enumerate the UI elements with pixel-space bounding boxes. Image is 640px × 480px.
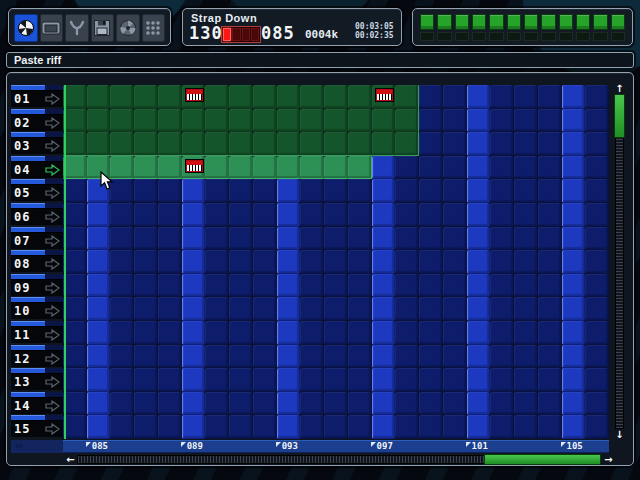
- grid-cell[interactable]: [585, 227, 609, 251]
- grid-cell[interactable]: [348, 250, 372, 274]
- grid-cell[interactable]: [395, 250, 419, 274]
- grid-cell[interactable]: [514, 227, 538, 251]
- grid-cell[interactable]: [562, 85, 586, 109]
- grid-cell[interactable]: [110, 250, 134, 274]
- grid-cell[interactable]: [87, 415, 111, 439]
- grid-cell[interactable]: [419, 274, 443, 298]
- grid-cell[interactable]: [419, 132, 443, 156]
- grid-cell[interactable]: [490, 250, 514, 274]
- grid-cell[interactable]: [229, 415, 253, 439]
- grid-cell[interactable]: [538, 368, 562, 392]
- grid-cell[interactable]: [562, 132, 586, 156]
- grid-cell[interactable]: [538, 392, 562, 416]
- grid-cell[interactable]: [134, 274, 158, 298]
- grid-cell[interactable]: [300, 132, 324, 156]
- grid-cell[interactable]: [63, 179, 87, 203]
- grid-cell[interactable]: [562, 345, 586, 369]
- grid-cell[interactable]: [419, 345, 443, 369]
- grid-cell[interactable]: [110, 156, 134, 180]
- grid-cell[interactable]: [419, 156, 443, 180]
- grid-cell[interactable]: [467, 392, 491, 416]
- grid-cell[interactable]: [87, 179, 111, 203]
- grid-cell[interactable]: [348, 227, 372, 251]
- grid-cell[interactable]: [443, 274, 467, 298]
- grid-cell[interactable]: [134, 227, 158, 251]
- grid-cell[interactable]: [348, 109, 372, 133]
- track-row-header[interactable]: 01: [11, 85, 63, 107]
- grid-cell[interactable]: [467, 156, 491, 180]
- track-play-arrow-icon[interactable]: [44, 117, 60, 129]
- grid-cell[interactable]: [158, 345, 182, 369]
- track-play-arrow-icon[interactable]: [44, 187, 60, 199]
- grid-cell[interactable]: [87, 132, 111, 156]
- merge-icon[interactable]: [65, 14, 89, 42]
- grid-cell[interactable]: [443, 85, 467, 109]
- grid-cell[interactable]: [205, 132, 229, 156]
- grid-cell[interactable]: [87, 345, 111, 369]
- grid-cell[interactable]: [490, 109, 514, 133]
- grid-cell[interactable]: [443, 227, 467, 251]
- grid-cell[interactable]: [110, 227, 134, 251]
- grid-cell[interactable]: [585, 321, 609, 345]
- grid-cell[interactable]: [324, 109, 348, 133]
- grid-cell[interactable]: [372, 368, 396, 392]
- grid-cell[interactable]: [158, 109, 182, 133]
- grid-cell[interactable]: [87, 274, 111, 298]
- track-row-header[interactable]: 06: [11, 203, 63, 225]
- grid-cell[interactable]: [300, 274, 324, 298]
- grid-cell[interactable]: [205, 321, 229, 345]
- grid-cell[interactable]: [419, 85, 443, 109]
- grid-cell[interactable]: [514, 297, 538, 321]
- grid-cell[interactable]: [253, 321, 277, 345]
- grid-cell[interactable]: [443, 179, 467, 203]
- grid-cell[interactable]: [538, 321, 562, 345]
- grid-cell[interactable]: [443, 368, 467, 392]
- track-row-header[interactable]: 07: [11, 227, 63, 249]
- track-row-header[interactable]: 02: [11, 109, 63, 131]
- grid-cell[interactable]: [419, 179, 443, 203]
- grid-cell[interactable]: [182, 227, 206, 251]
- track-row-header[interactable]: 10: [11, 297, 63, 319]
- grid-cell[interactable]: [348, 132, 372, 156]
- grid-cell[interactable]: [395, 109, 419, 133]
- grid-cell[interactable]: [110, 297, 134, 321]
- grid-cell[interactable]: [419, 203, 443, 227]
- grid-cell[interactable]: [253, 415, 277, 439]
- grid-cell[interactable]: [229, 132, 253, 156]
- grid-cell[interactable]: [300, 85, 324, 109]
- grid-cell[interactable]: [562, 321, 586, 345]
- grid-cell[interactable]: [158, 156, 182, 180]
- grid-cell[interactable]: [63, 203, 87, 227]
- grid-cell[interactable]: [395, 297, 419, 321]
- vertical-scrollbar-track[interactable]: [615, 94, 624, 429]
- grid-cell[interactable]: [585, 250, 609, 274]
- grid-cell[interactable]: [585, 132, 609, 156]
- grid-cell[interactable]: [467, 345, 491, 369]
- grid-cell[interactable]: [443, 345, 467, 369]
- grid-cell[interactable]: [514, 392, 538, 416]
- grid-cell[interactable]: [372, 156, 396, 180]
- grid-cell[interactable]: [419, 250, 443, 274]
- grid-cell[interactable]: [277, 297, 301, 321]
- grid-cell[interactable]: [562, 274, 586, 298]
- grid-cell[interactable]: [182, 368, 206, 392]
- track-play-arrow-icon-active[interactable]: [44, 164, 60, 176]
- grid-cell[interactable]: [277, 203, 301, 227]
- grid-cell[interactable]: [300, 345, 324, 369]
- grid-cell[interactable]: [490, 179, 514, 203]
- grid-cell[interactable]: [585, 203, 609, 227]
- grid-cell[interactable]: [348, 274, 372, 298]
- grid-cell[interactable]: [87, 297, 111, 321]
- grid-cell[interactable]: [134, 203, 158, 227]
- grid-cell[interactable]: [158, 392, 182, 416]
- grid-cell[interactable]: [63, 250, 87, 274]
- grid-cell[interactable]: [229, 321, 253, 345]
- grid-cell[interactable]: [87, 227, 111, 251]
- grid-cell[interactable]: [324, 415, 348, 439]
- scroll-up-button[interactable]: ↑: [613, 83, 626, 94]
- grid-cell[interactable]: [562, 392, 586, 416]
- grid-cell[interactable]: [490, 227, 514, 251]
- grid-cell[interactable]: [110, 392, 134, 416]
- grid-cell[interactable]: [467, 415, 491, 439]
- grid-cell[interactable]: [229, 250, 253, 274]
